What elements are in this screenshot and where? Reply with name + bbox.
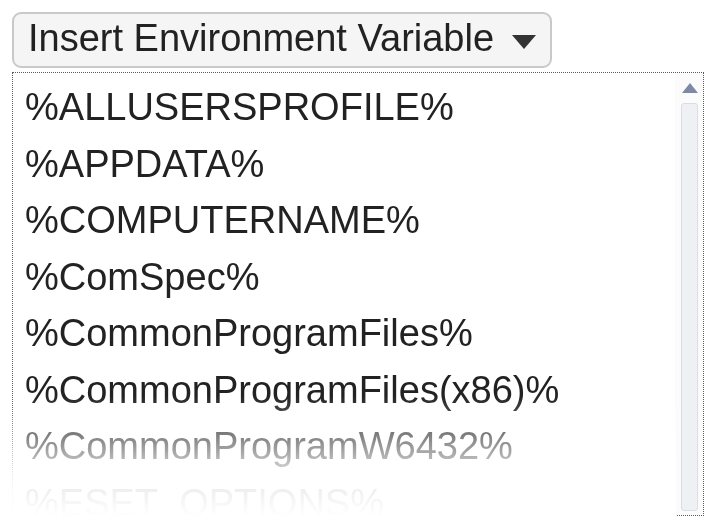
list-item[interactable]: %COMPUTERNAME% bbox=[23, 192, 665, 249]
list-item[interactable]: %APPDATA% bbox=[23, 136, 665, 193]
scroll-up-button[interactable] bbox=[676, 77, 703, 99]
dropdown-label: Insert Environment Variable bbox=[28, 18, 494, 60]
scrollbar[interactable] bbox=[675, 73, 703, 515]
list-item[interactable]: %CommonProgramFiles% bbox=[23, 305, 665, 362]
list-item[interactable]: %ComSpec% bbox=[23, 249, 665, 306]
panel: Insert Environment Variable %ALLUSERSPRO… bbox=[0, 0, 718, 528]
chevron-up-icon bbox=[682, 83, 698, 93]
list-item[interactable]: %CommonProgramW6432% bbox=[23, 418, 665, 475]
scroll-track[interactable] bbox=[681, 103, 698, 511]
list-item[interactable]: %ESET_OPTIONS% bbox=[23, 475, 665, 515]
list-item[interactable]: %ALLUSERSPROFILE% bbox=[23, 79, 665, 136]
env-var-list: %ALLUSERSPROFILE% %APPDATA% %COMPUTERNAM… bbox=[13, 73, 675, 515]
chevron-down-icon bbox=[512, 35, 536, 49]
env-var-listbox[interactable]: %ALLUSERSPROFILE% %APPDATA% %COMPUTERNAM… bbox=[12, 72, 704, 516]
insert-env-var-dropdown[interactable]: Insert Environment Variable bbox=[12, 12, 552, 68]
list-item[interactable]: %CommonProgramFiles(x86)% bbox=[23, 362, 665, 419]
